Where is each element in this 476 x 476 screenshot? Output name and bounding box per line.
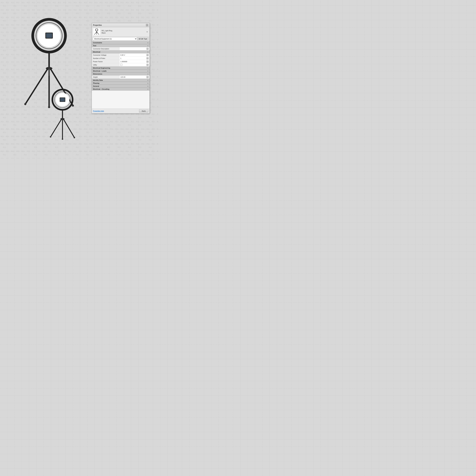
svg-point-31 bbox=[96, 29, 98, 31]
svg-line-34 bbox=[94, 32, 96, 35]
prop-label-connector-desc: Connector Description bbox=[92, 47, 119, 50]
edit-type-label: Edit Type bbox=[140, 38, 147, 40]
prop-row-connector-desc: Connector Description … bbox=[92, 47, 150, 51]
connector-voltage-btn[interactable]: … bbox=[147, 54, 149, 56]
svg-line-11 bbox=[25, 68, 48, 104]
prop-row-height: Height 120.00 … bbox=[92, 75, 150, 79]
section-identity-data[interactable]: Identity Data » bbox=[92, 79, 150, 82]
section-general-label: General bbox=[93, 85, 99, 87]
section-elec-loads-label: Electrical - Loads bbox=[93, 70, 106, 72]
section-constraints[interactable]: Constraints » bbox=[92, 41, 150, 44]
panel-footer: Properties help Apply bbox=[92, 108, 150, 113]
section-constraints-label: Constraints bbox=[93, 42, 102, 44]
prop-value-connector-desc[interactable]: … bbox=[119, 47, 150, 50]
connector-desc-input[interactable] bbox=[120, 48, 147, 50]
section-general-collapse-icon: » bbox=[147, 85, 148, 87]
edit-type-button[interactable]: ⊞ Edit Type bbox=[137, 37, 148, 40]
panel-header: RD_Light Ring Black ▼ bbox=[92, 27, 150, 37]
svg-point-30 bbox=[62, 138, 63, 140]
connector-voltage-value: 0.00 V bbox=[120, 54, 125, 56]
connector-desc-btn[interactable]: … bbox=[147, 48, 149, 50]
prop-row-connector-voltage: Connector Voltage 0.00 V … bbox=[92, 53, 150, 57]
section-identity-collapse-icon: » bbox=[147, 79, 148, 81]
section-phasing[interactable]: Phasing » bbox=[92, 82, 150, 85]
section-electrical-loads[interactable]: Electrical - Loads » bbox=[92, 69, 150, 72]
svg-point-14 bbox=[24, 103, 26, 105]
prop-value-num-poles[interactable]: 1 … bbox=[119, 57, 150, 60]
prop-label-power-factor: Power Factor bbox=[92, 60, 119, 63]
section-elec-circuiting-collapse-icon: » bbox=[147, 88, 148, 90]
section-dimensions-label: Dimensions bbox=[93, 73, 102, 75]
section-general[interactable]: General » bbox=[92, 85, 150, 88]
section-electrical-label: Electrical bbox=[93, 51, 100, 53]
properties-help-link[interactable]: Properties help bbox=[93, 110, 104, 112]
section-text-collapse-icon: « bbox=[147, 45, 148, 47]
section-text-label: Text bbox=[93, 45, 96, 47]
prop-row-power-factor: Power Factor 1.000000 … bbox=[92, 60, 150, 63]
power-factor-value: 1.000000 bbox=[120, 61, 127, 63]
panel-title: Properties bbox=[93, 24, 102, 26]
section-electrical-engineering[interactable]: Electrical Engineering » bbox=[92, 67, 150, 69]
section-elec-eng-collapse-icon: » bbox=[147, 67, 148, 69]
edit-type-icon: ⊞ bbox=[139, 38, 140, 40]
section-phasing-label: Phasing bbox=[93, 82, 99, 84]
prop-label-connector-voltage: Connector Voltage bbox=[92, 53, 119, 56]
panel-close-button[interactable]: × bbox=[146, 24, 148, 26]
panel-titlebar: Properties × bbox=[92, 23, 150, 27]
category-dropdown-row: Electrical Equipment (1) ⊞ Edit Type bbox=[92, 37, 150, 41]
section-dimensions[interactable]: Dimensions « bbox=[92, 72, 150, 75]
svg-rect-22 bbox=[60, 98, 65, 101]
category-select[interactable]: Electrical Equipment (1) bbox=[93, 37, 137, 40]
prop-value-power-factor[interactable]: 1.000000 … bbox=[119, 60, 150, 63]
height-value: 120.00 bbox=[120, 76, 125, 78]
component-name-line1: RD_Light Ring bbox=[102, 30, 145, 32]
height-btn[interactable]: … bbox=[147, 76, 149, 78]
empty-space bbox=[92, 91, 150, 108]
svg-line-26 bbox=[63, 119, 74, 137]
section-identity-label: Identity Data bbox=[93, 79, 103, 81]
apply-button[interactable]: Apply bbox=[139, 109, 148, 112]
prop-label-num-poles: Number of Poles bbox=[92, 57, 119, 60]
svg-point-29 bbox=[74, 137, 75, 138]
section-electrical[interactable]: Electrical « bbox=[92, 51, 150, 53]
svg-rect-8 bbox=[46, 33, 52, 38]
svg-line-35 bbox=[97, 32, 99, 35]
utility-btn[interactable]: … bbox=[147, 64, 149, 66]
prop-label-height: Height bbox=[92, 75, 119, 79]
component-name: RD_Light Ring Black bbox=[102, 30, 145, 34]
svg-point-16 bbox=[48, 106, 50, 108]
utility-checkbox[interactable] bbox=[120, 64, 122, 66]
component-name-line2: Black bbox=[102, 32, 145, 34]
section-constraints-collapse-icon: » bbox=[147, 42, 148, 44]
prop-label-utility: Utility bbox=[92, 63, 119, 66]
component-dropdown-arrow[interactable]: ▼ bbox=[146, 29, 148, 35]
properties-panel: Properties × RD_Light Ring Black ▼ Elect… bbox=[92, 23, 150, 114]
svg-point-15 bbox=[72, 104, 74, 107]
svg-line-25 bbox=[51, 119, 62, 137]
section-elec-eng-label: Electrical Engineering bbox=[93, 67, 110, 69]
prop-row-utility: Utility … bbox=[92, 63, 150, 67]
num-poles-value: 1 bbox=[120, 57, 121, 59]
power-factor-btn[interactable]: … bbox=[147, 61, 149, 63]
section-dimensions-collapse-icon: « bbox=[147, 73, 148, 75]
section-elec-loads-collapse-icon: » bbox=[147, 70, 148, 72]
section-phasing-collapse-icon: » bbox=[147, 82, 148, 84]
prop-value-connector-voltage[interactable]: 0.00 V … bbox=[119, 53, 150, 56]
section-electrical-collapse-icon: « bbox=[147, 51, 148, 53]
num-poles-btn[interactable]: … bbox=[147, 57, 149, 59]
svg-rect-17 bbox=[48, 68, 50, 76]
svg-point-28 bbox=[50, 136, 51, 137]
prop-value-height[interactable]: 120.00 … bbox=[119, 75, 150, 79]
section-elec-circuiting-label: Electrical - Circuiting bbox=[93, 88, 109, 90]
section-electrical-circuiting[interactable]: Electrical - Circuiting » bbox=[92, 88, 150, 91]
prop-row-num-poles: Number of Poles 1 … bbox=[92, 57, 150, 60]
component-icon bbox=[93, 28, 101, 35]
section-text[interactable]: Text « bbox=[92, 44, 150, 47]
properties-table: Constraints » Text « Connector Descripti… bbox=[92, 41, 150, 91]
prop-value-utility[interactable]: … bbox=[119, 63, 150, 66]
